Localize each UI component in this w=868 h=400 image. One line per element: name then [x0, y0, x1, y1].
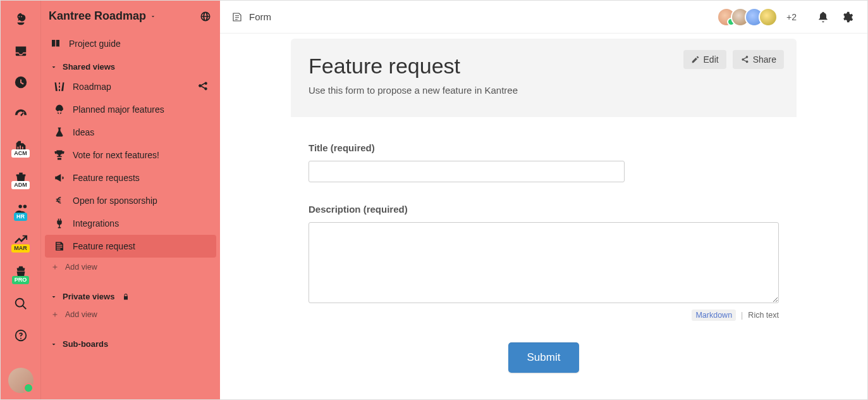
caret-down-icon	[150, 13, 156, 20]
form-body: Title (required) Description (required) …	[291, 117, 797, 385]
plus-icon	[51, 263, 59, 271]
form-card: Edit Share Feature request Use this form…	[291, 39, 797, 385]
rocket-icon	[54, 104, 65, 115]
format-separator: |	[741, 311, 743, 320]
rail-recent[interactable]	[6, 68, 36, 97]
topbar-title: Form	[249, 11, 271, 22]
project-title-dropdown[interactable]: Kantree Roadmap	[49, 9, 156, 23]
rail-inbox[interactable]	[6, 36, 36, 65]
app-root: ACM ADM HR MAR PRO Kantree Ro	[0, 0, 868, 400]
project-title-label: Kantree Roadmap	[49, 9, 146, 23]
rail-workspace-hr[interactable]: HR	[6, 194, 36, 223]
content-scroll[interactable]: Edit Share Feature request Use this form…	[220, 34, 867, 399]
chevron-down-icon	[50, 63, 58, 71]
rail-badge-adm: ADM	[11, 181, 30, 189]
view-integrations[interactable]: Integrations	[45, 212, 216, 235]
view-label: Feature request	[73, 241, 135, 251]
submit-button[interactable]: Submit	[508, 342, 580, 373]
view-planned-major[interactable]: Planned major features	[45, 98, 216, 121]
rail-help[interactable]	[6, 321, 36, 350]
main-area: Form +2	[220, 1, 867, 399]
lock-icon	[122, 293, 130, 301]
workspace-rail: ACM ADM HR MAR PRO	[1, 1, 41, 399]
topbar: Form +2	[220, 1, 867, 34]
rail-workspace-pro[interactable]: PRO	[6, 258, 36, 287]
form-icon	[54, 241, 65, 252]
rail-workspace-acm[interactable]: ACM	[6, 131, 36, 160]
visibility-globe-icon[interactable]	[200, 11, 211, 22]
view-feature-request-form[interactable]: Feature request	[45, 235, 216, 258]
settings-gear-icon[interactable]	[841, 11, 853, 23]
section-private-views[interactable]: Private views	[41, 285, 220, 305]
form-subtitle: Use this form to propose a new feature i…	[309, 85, 779, 96]
richtext-toggle[interactable]: Rich text	[748, 311, 779, 320]
chevron-down-icon	[50, 293, 58, 301]
view-ideas[interactable]: Ideas	[45, 121, 216, 144]
rail-workspace-adm[interactable]: ADM	[6, 163, 36, 192]
rail-badge-mar: MAR	[11, 244, 30, 253]
project-sidebar: Kantree Roadmap Project guide Shared vie…	[41, 1, 220, 399]
form-icon	[231, 11, 243, 23]
view-label: Ideas	[73, 127, 94, 137]
share-icon	[197, 81, 209, 92]
rail-badge-acm: ACM	[11, 149, 30, 158]
view-label: Roadmap	[73, 82, 111, 92]
rail-user-avatar[interactable]	[8, 368, 34, 393]
add-private-view[interactable]: Add view	[41, 305, 220, 324]
view-vote[interactable]: Vote for next features!	[45, 144, 216, 166]
section-shared-label: Shared views	[63, 62, 115, 72]
view-label: Feature requests	[73, 173, 140, 183]
view-label: Vote for next features!	[73, 150, 159, 160]
book-icon	[50, 38, 61, 49]
plus-icon	[51, 311, 59, 318]
pencil-icon	[691, 55, 700, 64]
plug-icon	[54, 218, 65, 229]
view-roadmap[interactable]: Roadmap	[45, 75, 216, 98]
markdown-toggle[interactable]: Markdown	[692, 309, 736, 321]
add-view-label: Add view	[65, 310, 97, 319]
edit-button[interactable]: Edit	[683, 50, 726, 69]
title-input[interactable]	[309, 161, 625, 182]
view-feature-requests[interactable]: Feature requests	[45, 166, 216, 189]
view-sponsorship[interactable]: Open for sponsorship	[45, 189, 216, 212]
rail-badge-hr: HR	[14, 213, 27, 221]
view-label: Integrations	[73, 218, 119, 228]
flask-icon	[54, 127, 65, 138]
rail-dashboard[interactable]	[6, 99, 36, 128]
share-icon	[740, 55, 749, 64]
section-subboards-label: Sub-boards	[63, 339, 108, 349]
project-guide-link[interactable]: Project guide	[41, 32, 220, 56]
trophy-icon	[54, 149, 65, 161]
avatar[interactable]	[759, 8, 778, 27]
view-label: Planned major features	[73, 104, 164, 115]
share-button[interactable]: Share	[733, 50, 784, 69]
rail-badge-pro: PRO	[12, 276, 30, 284]
section-subboards[interactable]: Sub-boards	[41, 333, 220, 353]
member-avatars[interactable]	[717, 8, 778, 27]
section-private-label: Private views	[63, 292, 114, 301]
view-label: Open for sponsorship	[73, 196, 157, 206]
description-textarea[interactable]	[309, 222, 779, 303]
form-header: Edit Share Feature request Use this form…	[291, 39, 797, 117]
project-guide-label: Project guide	[69, 39, 121, 49]
add-shared-view[interactable]: Add view	[41, 258, 220, 277]
share-button-label: Share	[753, 54, 776, 65]
chevron-down-icon	[50, 341, 58, 348]
brand-logo[interactable]	[6, 4, 36, 34]
section-shared-views[interactable]: Shared views	[41, 56, 220, 75]
avatar-overflow-count[interactable]: +2	[786, 12, 797, 22]
euro-icon	[54, 195, 65, 206]
title-field-label: Title (required)	[309, 142, 779, 153]
edit-button-label: Edit	[704, 54, 719, 65]
rail-search[interactable]	[6, 289, 36, 318]
notifications-bell-icon[interactable]	[817, 11, 829, 23]
bullhorn-icon	[54, 172, 65, 184]
rail-workspace-mar[interactable]: MAR	[6, 226, 36, 255]
add-view-label: Add view	[65, 263, 97, 272]
road-icon	[54, 81, 65, 92]
description-field-label: Description (required)	[309, 204, 779, 215]
